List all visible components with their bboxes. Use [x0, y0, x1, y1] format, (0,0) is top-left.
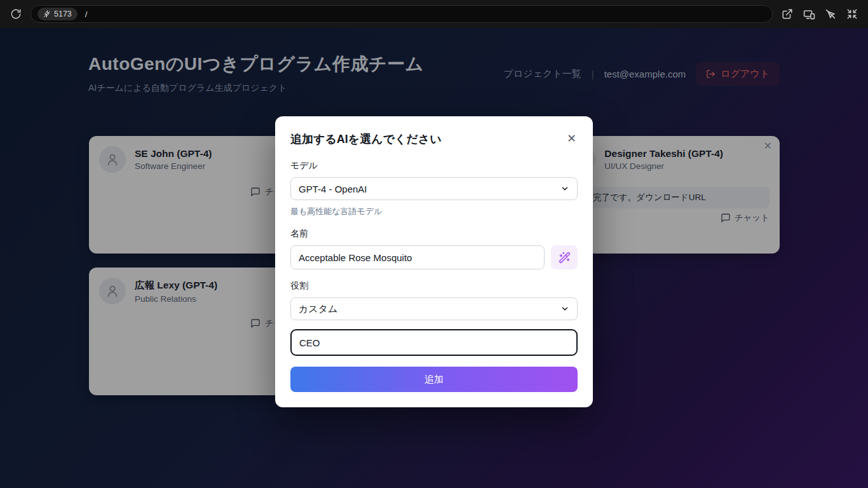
name-input[interactable] [290, 245, 545, 269]
role-field-group: 役割 カスタム [290, 280, 578, 320]
devices-icon [803, 8, 815, 20]
magic-wand-icon [559, 252, 571, 264]
open-external-button[interactable] [779, 6, 796, 22]
browser-chrome: 5173 / [0, 0, 868, 28]
collapse-button[interactable] [844, 6, 860, 22]
app-page: AutoGenのUIつきプログラム作成チーム AIチームによる自動プログラム生成… [0, 28, 868, 488]
modal-header: 追加するAIを選んでください ✕ [290, 132, 578, 147]
reload-icon [10, 8, 22, 20]
chrome-actions [779, 6, 860, 22]
custom-role-input[interactable] [290, 329, 578, 356]
pointer-off-icon [825, 8, 836, 20]
port-number: 5173 [54, 10, 72, 18]
add-button[interactable]: 追加 [290, 367, 578, 392]
external-link-icon [782, 8, 793, 20]
name-label: 名前 [290, 228, 578, 240]
model-select[interactable]: GPT-4 - OpenAI [290, 177, 578, 200]
chevron-down-icon [560, 304, 569, 313]
model-label: モデル [290, 160, 578, 172]
modal-title: 追加するAIを選んでください [290, 132, 442, 147]
random-name-button[interactable] [551, 245, 578, 269]
role-select[interactable]: カスタム [290, 297, 578, 320]
role-select-value: カスタム [299, 303, 337, 315]
zap-icon [43, 10, 51, 18]
pointer-toggle-button[interactable] [822, 6, 839, 22]
url-bar[interactable]: 5173 / [31, 5, 773, 23]
shrink-icon [846, 8, 858, 20]
name-field-group: 名前 [290, 228, 578, 269]
url-path: / [85, 10, 88, 19]
model-field-group: モデル GPT-4 - OpenAI 最も高性能な言語モデル [290, 160, 578, 217]
name-row [290, 245, 578, 269]
model-hint: 最も高性能な言語モデル [290, 206, 578, 217]
modal-close-button[interactable]: ✕ [566, 132, 578, 146]
reload-button[interactable] [8, 6, 24, 22]
chevron-down-icon [560, 184, 569, 193]
add-ai-modal: 追加するAIを選んでください ✕ モデル GPT-4 - OpenAI 最も高性… [275, 116, 593, 407]
device-preview-button[interactable] [801, 6, 817, 22]
model-select-value: GPT-4 - OpenAI [299, 184, 367, 194]
role-label: 役割 [290, 280, 578, 292]
port-badge[interactable]: 5173 [37, 8, 78, 20]
